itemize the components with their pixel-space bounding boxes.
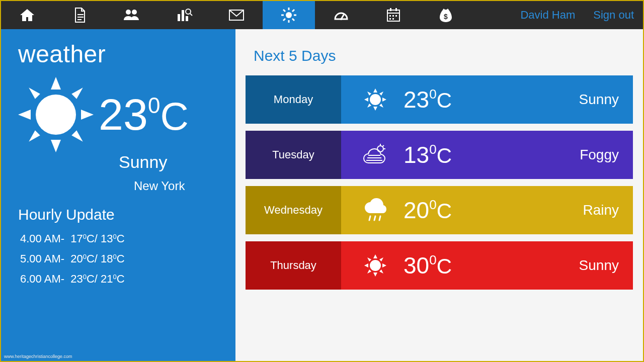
nav-weather[interactable] <box>263 1 315 29</box>
hourly-row: 4.00 AM- 170C/ 130C <box>20 232 218 245</box>
nav-home[interactable] <box>1 1 53 29</box>
forecast-day-name: Thursday <box>246 241 341 290</box>
attribution: www.heritagechristiancollege.com <box>4 354 72 359</box>
current-condition: Sunny <box>119 152 218 172</box>
hourly-title: Hourly Update <box>18 206 218 223</box>
top-nav: David Ham Sign out <box>1 1 643 29</box>
forecast-day[interactable]: Thursday300CSunny <box>246 241 633 290</box>
forecast-condition: Sunny <box>579 257 619 274</box>
fog-icon <box>355 143 395 167</box>
forecast-temp: 230C <box>404 86 452 113</box>
forecast-day[interactable]: Wednesday200CRainy <box>246 186 633 234</box>
sun-icon <box>355 253 395 278</box>
nav-signout[interactable]: Sign out <box>584 1 643 29</box>
current-weather-panel: weather 230C Sunny New York Hourly Updat… <box>1 29 235 361</box>
panel-title: weather <box>18 40 218 68</box>
forecast-condition: Sunny <box>579 92 619 108</box>
nav-mail[interactable] <box>210 1 263 29</box>
forecast-temp: 130C <box>404 141 452 168</box>
forecast-day[interactable]: Tuesday130CFoggy <box>246 131 633 179</box>
forecast-temp: 300C <box>404 252 452 279</box>
gauge-icon <box>333 7 349 23</box>
current-temp: 230C <box>99 93 189 137</box>
hourly-row: 6.00 AM- 230C/ 210C <box>20 273 218 286</box>
forecast-day-name: Monday <box>246 75 341 124</box>
current-location: New York <box>134 179 218 193</box>
home-icon <box>19 7 35 23</box>
hourly-row: 5.00 AM- 200C/ 180C <box>20 252 218 265</box>
analytics-icon <box>176 7 193 23</box>
forecast-day-name: Tuesday <box>246 131 341 179</box>
nav-dashboard[interactable] <box>315 1 367 29</box>
calendar-icon <box>385 7 401 23</box>
forecast-day-name: Wednesday <box>246 186 341 234</box>
forecast-temp: 200C <box>404 197 452 224</box>
nav-document[interactable] <box>53 1 106 29</box>
forecast-panel: Next 5 Days Monday230CSunnyTuesday130CFo… <box>235 29 643 361</box>
rain-icon <box>355 198 395 222</box>
nav-money[interactable] <box>420 1 472 29</box>
nav-user[interactable]: David Ham <box>511 1 584 29</box>
nav-people[interactable] <box>106 1 158 29</box>
forecast-condition: Foggy <box>580 147 619 163</box>
weather-icon <box>281 7 297 23</box>
forecast-day[interactable]: Monday230CSunny <box>246 75 633 124</box>
sun-icon <box>18 77 94 152</box>
nav-calendar[interactable] <box>367 1 420 29</box>
sun-icon <box>355 87 395 112</box>
document-icon <box>71 7 88 23</box>
forecast-title: Next 5 Days <box>254 47 633 64</box>
money-bag-icon <box>438 7 454 23</box>
people-icon <box>123 7 140 23</box>
mail-icon <box>228 7 245 23</box>
nav-analytics[interactable] <box>158 1 210 29</box>
forecast-condition: Rainy <box>583 202 619 218</box>
